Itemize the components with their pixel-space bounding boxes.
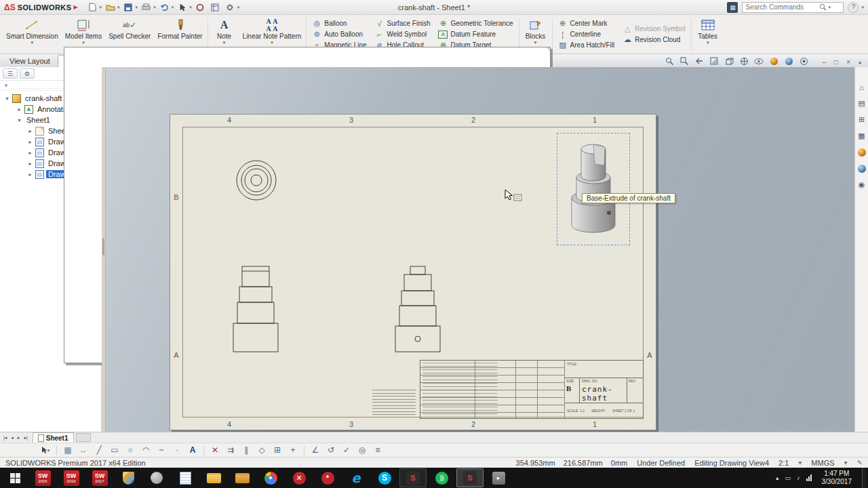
rebuild-icon[interactable] <box>194 2 207 13</box>
model-items-caret-icon[interactable]: ▾ <box>82 40 85 45</box>
minimize-button[interactable]: – <box>823 58 827 66</box>
center-mark-button[interactable]: ⊕Center Mark <box>555 18 618 28</box>
tray-expand-icon[interactable]: ▴ <box>776 474 779 481</box>
offset-entities-tool[interactable]: ∥ <box>241 445 251 456</box>
drawing-view1-top[interactable] <box>233 157 280 204</box>
rectangle-tool[interactable]: ▭ <box>110 445 119 456</box>
angle-dimension-tool[interactable]: ∠ <box>311 445 320 456</box>
restore-button[interactable]: □ <box>834 58 838 66</box>
section-view-icon[interactable] <box>709 56 719 66</box>
taskbar-edge[interactable]: e <box>342 468 370 487</box>
units-indicator[interactable]: MMGS <box>811 459 834 467</box>
linear-note-pattern-caret-icon[interactable]: ▾ <box>271 40 273 45</box>
zoom-area-icon[interactable] <box>679 56 690 66</box>
first-sheet-icon[interactable]: |◂ <box>1 435 9 441</box>
print-icon[interactable] <box>140 2 153 13</box>
view-palette-icon[interactable]: ▦ <box>856 131 867 141</box>
taskbar-media-app[interactable]: ▸ <box>485 468 512 487</box>
select-caret-icon[interactable]: ▾ <box>189 5 192 10</box>
taskbar-solidworks-2015[interactable]: SW2015 <box>29 468 56 487</box>
taskbar-notepad[interactable] <box>172 468 199 487</box>
expand-caret-icon[interactable]: ▸ <box>27 171 33 178</box>
view-settings-icon[interactable] <box>799 56 809 66</box>
drawing-view4-selection-box[interactable] <box>557 133 630 245</box>
expand-caret-icon[interactable]: ▸ <box>27 139 33 145</box>
show-desktop-button[interactable] <box>862 468 867 488</box>
design-library-icon[interactable]: ▤ <box>856 98 867 108</box>
drawing-view3-side[interactable] <box>394 265 441 353</box>
taskbar-defender[interactable] <box>115 468 142 487</box>
taskbar-spotify[interactable]: ))) <box>428 468 455 487</box>
revision-symbol-button[interactable]: △Revision Symbol <box>620 24 688 34</box>
search-caret-icon[interactable]: ▾ <box>828 5 831 10</box>
save-icon[interactable] <box>122 2 135 13</box>
previous-view-icon[interactable] <box>694 56 705 66</box>
forum-icon[interactable]: ◉ <box>856 180 867 190</box>
next-sheet-icon[interactable]: ▸ <box>16 435 22 441</box>
undo-icon[interactable] <box>158 2 171 13</box>
print-caret-icon[interactable]: ▾ <box>153 5 156 10</box>
note-caret-icon[interactable]: ▾ <box>223 40 226 45</box>
auto-balloon-button[interactable]: ⊚Auto Balloon <box>309 29 369 39</box>
hide-show-items-icon[interactable] <box>754 56 764 66</box>
undo-caret-icon[interactable]: ▾ <box>172 5 174 10</box>
surface-finish-button[interactable]: √Surface Finish <box>372 18 433 28</box>
start-button[interactable] <box>1 468 28 487</box>
smart-dimension-button[interactable]: Smart Dimension ▾ <box>3 15 62 54</box>
weld-symbol-button[interactable]: ⌐Weld Symbol <box>372 29 433 39</box>
tables-button[interactable]: Tables ▾ <box>693 15 723 54</box>
line-tool[interactable]: ╱ <box>94 445 104 456</box>
new-caret-icon[interactable]: ▾ <box>100 5 102 10</box>
undo-sketch-tool[interactable]: ↺ <box>326 445 336 456</box>
drawing-viewport[interactable]: 4 3 2 1 4 3 2 1 B A B A <box>106 67 854 432</box>
trim-entities-tool[interactable]: ✕ <box>210 445 220 456</box>
view-orientation-icon[interactable] <box>724 56 734 66</box>
expand-caret-icon[interactable]: ▸ <box>27 150 33 156</box>
open-document-icon[interactable] <box>104 2 117 13</box>
view-scale[interactable]: 2:1 <box>778 459 789 467</box>
grid-system-tool[interactable]: ▦ <box>63 445 73 456</box>
collapse-ribbon-icon[interactable]: ▴ <box>859 59 861 65</box>
filter-funnel-icon[interactable]: ▼ <box>3 83 9 89</box>
prev-sheet-icon[interactable]: ◂ <box>9 435 16 441</box>
new-document-icon[interactable] <box>86 2 99 13</box>
taskbar-solidworks-2017[interactable]: SW2017 <box>86 468 113 487</box>
tables-caret-icon[interactable]: ▾ <box>707 40 709 45</box>
taskbar-solidworks-document[interactable]: S <box>399 468 427 487</box>
geometric-tolerance-button[interactable]: ⊕Geometric Tolerance <box>435 18 515 28</box>
add-sheet-tab[interactable] <box>76 433 91 442</box>
taskbar-solidworks-active[interactable]: S <box>456 468 484 487</box>
taskbar-skype[interactable]: S <box>371 468 398 487</box>
options-gear-icon[interactable] <box>224 2 237 13</box>
command-manager-icon[interactable]: ▦ <box>727 2 738 13</box>
taskbar-file-explorer[interactable] <box>200 468 227 487</box>
tab-view-layout[interactable]: View Layout <box>3 55 57 67</box>
tray-network-icon[interactable] <box>806 474 812 481</box>
taskbar-chrome[interactable] <box>257 468 284 487</box>
spline-tool[interactable]: ~ <box>157 445 166 456</box>
help-caret-icon[interactable]: ▾ <box>861 5 864 10</box>
options-caret-icon[interactable]: ▾ <box>237 5 240 10</box>
expand-caret-icon[interactable]: ▸ <box>16 106 22 113</box>
expand-caret-icon[interactable]: ▸ <box>27 161 33 167</box>
resources-home-icon[interactable]: ⌂ <box>856 82 867 92</box>
file-explorer-icon[interactable]: ⊞ <box>856 115 867 125</box>
balloon-button[interactable]: ◎Balloon <box>309 18 369 28</box>
point-tool[interactable]: · <box>172 445 182 456</box>
taskbar-documents-folder[interactable] <box>229 468 256 487</box>
drawing-view2-front[interactable] <box>232 265 279 353</box>
datum-feature-button[interactable]: ADatum Feature <box>435 29 515 39</box>
property-manager-tab-icon[interactable]: ⚙ <box>20 68 35 79</box>
drawing-view4-isometric[interactable] <box>559 138 627 240</box>
system-clock[interactable]: 1:47 PM 3/30/2017 <box>818 470 856 487</box>
help-icon[interactable]: ? <box>848 2 859 13</box>
expand-caret-icon[interactable]: ▸ <box>27 128 33 134</box>
convert-entities-tool[interactable]: ⇉ <box>226 445 235 456</box>
expand-caret-icon[interactable]: ▾ <box>4 96 10 102</box>
feature-tree-tab-icon[interactable]: ☰ <box>3 68 18 79</box>
edit-appearance-icon[interactable] <box>769 56 779 66</box>
revision-cloud-button[interactable]: ☁Revision Cloud <box>620 35 688 45</box>
search-commands-input[interactable] <box>745 3 816 11</box>
close-button[interactable]: × <box>846 58 850 66</box>
appearances-icon[interactable] <box>856 147 867 157</box>
